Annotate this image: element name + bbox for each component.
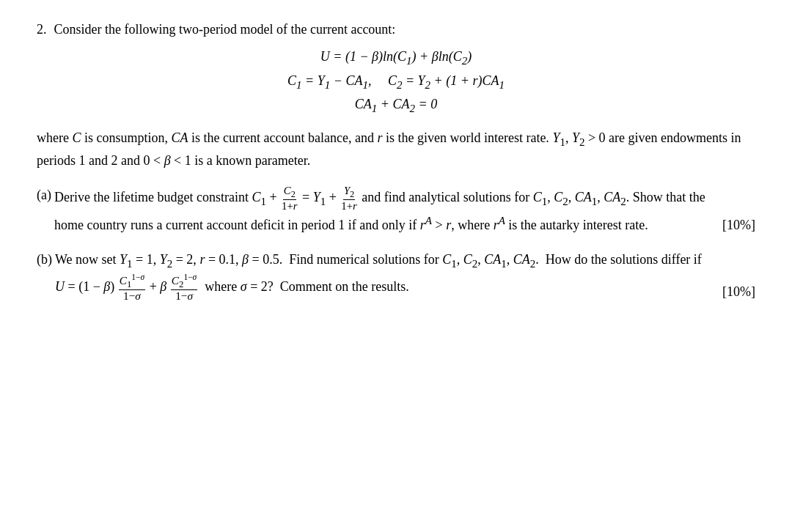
subproblem-a-row: Derive the lifetime budget constraint C1… [54, 185, 755, 237]
equations-group: U = (1 − β)ln(C1) + βln(C2) C1 = Y1 − CA… [37, 49, 755, 115]
ca-equation: CA1 + CA2 = 0 [37, 97, 755, 115]
subproblem-b-content: We now set Y1 = 1, Y2 = 2, r = 0.1, β = … [55, 249, 755, 303]
utility-equation: U = (1 − β)ln(C1) + βln(C2) [37, 49, 755, 67]
problem-intro: Consider the following two-period model … [54, 22, 396, 37]
description-text: where C is consumption, CA is the curren… [37, 128, 755, 171]
subproblem-b-marks: [10%] [722, 281, 755, 303]
subproblem-b-row: We now set Y1 = 1, Y2 = 2, r = 0.1, β = … [55, 249, 755, 303]
subproblem-a-text: Derive the lifetime budget constraint C1… [54, 185, 708, 237]
subproblem-a: (a) Derive the lifetime budget constrain… [37, 185, 755, 237]
problem-number: 2. [37, 22, 47, 37]
problem-container: 2. Consider the following two-period mod… [37, 22, 755, 303]
subproblem-a-marks: [10%] [722, 215, 755, 236]
c1-c2-equation: C1 = Y1 − CA1, C2 = Y2 + (1 + r)CA1 [37, 73, 755, 92]
subproblem-b-text: We now set Y1 = 1, Y2 = 2, r = 0.1, β = … [55, 249, 708, 303]
subproblem-b-label: (b) [37, 249, 52, 303]
subproblem-a-content: Derive the lifetime budget constraint C1… [54, 185, 755, 237]
problem-header: 2. Consider the following two-period mod… [37, 22, 755, 37]
subproblem-a-label: (a) [37, 185, 51, 237]
subproblem-b: (b) We now set Y1 = 1, Y2 = 2, r = 0.1, … [37, 249, 755, 303]
